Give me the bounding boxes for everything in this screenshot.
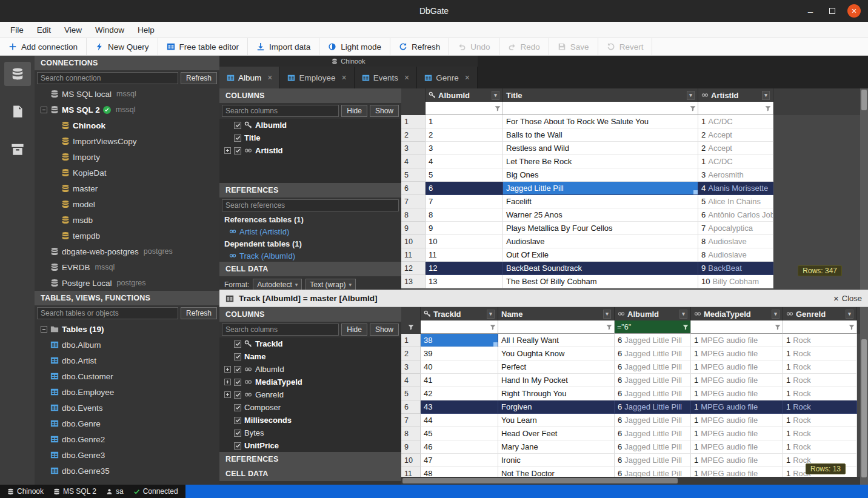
cell-artistid[interactable]: 8 Audioslave (698, 235, 773, 248)
cell-albumid[interactable]: 10 (426, 235, 503, 248)
toolbar-button[interactable]: Save (549, 38, 598, 55)
table-row[interactable]: 2 39 You Oughta Know 6 Jagged Little Pil… (401, 347, 860, 360)
cell-mediatypeid[interactable]: 1 MPEG audio file (691, 334, 783, 347)
cell-trackid[interactable]: 38 (421, 334, 498, 347)
cell-trackid[interactable]: 41 (421, 374, 498, 387)
cell-albumid[interactable]: 13 (426, 275, 503, 288)
cell-name[interactable]: Right Through You (498, 387, 615, 400)
cell-artistid[interactable]: 10 Billy Cobham (698, 275, 773, 288)
row-number[interactable]: 7 (401, 414, 421, 427)
toolbar-button[interactable]: Revert (598, 38, 653, 55)
cell-artistid[interactable]: 1 AC/DC (698, 115, 773, 128)
table-item[interactable]: dbo.Artist (35, 353, 219, 368)
column-checkbox[interactable] (234, 340, 241, 348)
row-number[interactable]: 10 (401, 454, 421, 467)
menu-item[interactable]: View (58, 22, 88, 38)
expander-icon[interactable] (224, 391, 231, 398)
filter-funnel-icon[interactable] (683, 324, 689, 330)
table-item[interactable]: dbo.Genre35 (35, 463, 219, 479)
column-menu-chevron[interactable]: ▾ (603, 310, 611, 319)
cell-albumid[interactable]: 6 Jagged Little Pill (615, 374, 691, 387)
cell-name[interactable]: Ironic (498, 454, 615, 467)
cell-albumid[interactable]: 6 Jagged Little Pill (615, 387, 691, 400)
column-menu-chevron[interactable]: ▾ (492, 91, 499, 100)
wrap-select[interactable]: Text (wrap) ▾ (305, 279, 356, 290)
table-item[interactable]: dbo.Album (35, 337, 219, 353)
column-item[interactable]: MediaTypeId (219, 376, 401, 388)
table-row[interactable]: 3 40 Perfect 6 Jagged Little Pill 1 (401, 360, 860, 374)
connection-item[interactable]: tempdb (35, 228, 219, 244)
column-checkbox[interactable] (234, 417, 241, 424)
row-number[interactable]: 6 (401, 400, 421, 414)
tab[interactable]: Genre × (417, 67, 478, 88)
column-checkbox[interactable] (234, 442, 241, 450)
filter-funnel-icon[interactable] (408, 324, 414, 330)
status-item[interactable]: sa (101, 487, 129, 496)
menu-item[interactable]: Edit (30, 22, 58, 38)
filter-input[interactable] (698, 102, 765, 115)
table-item[interactable]: dbo.Genre (35, 416, 219, 431)
row-number[interactable]: 4 (401, 374, 421, 387)
cell-title[interactable]: Big Ones (503, 168, 698, 182)
tab-close-icon[interactable]: × (342, 73, 347, 82)
cell-genreid[interactable]: 1 Rock (783, 360, 857, 374)
column-item[interactable]: TrackId (219, 337, 401, 350)
column-checkbox[interactable] (234, 134, 241, 142)
filter-cell[interactable] (783, 320, 857, 334)
cell-trackid[interactable]: 43 (421, 400, 498, 414)
expander-icon[interactable] (224, 366, 231, 373)
cell-trackid[interactable]: 46 (421, 440, 498, 454)
show-button[interactable]: Show (370, 324, 399, 336)
row-number[interactable]: 7 (401, 195, 426, 208)
connection-item[interactable]: MS SQL local mssql (35, 86, 219, 102)
column-item[interactable]: Bytes (219, 427, 401, 439)
table-row[interactable]: 7 44 You Learn 6 Jagged Little Pill 1 (401, 414, 860, 427)
cell-genreid[interactable]: 1 Rock (783, 374, 857, 387)
toolbar-button[interactable]: Refresh (390, 38, 449, 55)
row-number[interactable]: 8 (401, 427, 421, 440)
column-checkbox[interactable] (234, 391, 241, 399)
column-checkbox[interactable] (234, 353, 241, 360)
cell-artistid[interactable]: 9 BackBeat (698, 262, 773, 275)
cell-albumid[interactable]: 9 (426, 222, 503, 235)
filter-funnel-icon[interactable] (775, 324, 781, 330)
cell-title[interactable]: Balls to the Wall (503, 128, 698, 142)
filter-cell[interactable] (421, 320, 498, 334)
filter-input[interactable] (503, 102, 690, 115)
connection-item[interactable]: msdb (35, 212, 219, 228)
row-number[interactable]: 3 (401, 142, 426, 155)
cell-name[interactable]: Head Over Feet (498, 427, 615, 440)
cell-genreid[interactable]: 1 Rock (783, 440, 857, 454)
connection-item[interactable]: EVRDB mssql (35, 259, 219, 275)
close-icon[interactable]: × (847, 4, 861, 18)
cell-mediatypeid[interactable]: 1 MPEG audio file (691, 387, 783, 400)
cell-artistid[interactable]: 2 Accept (698, 128, 773, 142)
minimize-icon[interactable]: – (804, 4, 817, 18)
row-number[interactable]: 9 (401, 222, 426, 235)
cell-albumid[interactable]: 6 Jagged Little Pill (615, 360, 691, 374)
row-number[interactable]: 13 (401, 275, 426, 288)
rail-item[interactable] (4, 62, 31, 86)
row-number[interactable]: 6 (401, 182, 426, 195)
scrollbar-thumb[interactable] (861, 90, 867, 110)
column-item[interactable]: Milliseconds (219, 414, 401, 427)
filter-input[interactable] (421, 320, 490, 333)
cell-mediatypeid[interactable]: 1 MPEG audio file (691, 427, 783, 440)
column-header[interactable]: GenreId ▾ (783, 307, 857, 320)
row-number[interactable]: 8 (401, 208, 426, 222)
cell-albumid[interactable]: 6 Jagged Little Pill (615, 400, 691, 414)
cell-albumid[interactable]: 1 (426, 115, 503, 128)
table-item[interactable]: dbo.Genre2 (35, 431, 219, 447)
table-item[interactable]: dbo.Customer (35, 368, 219, 384)
column-menu-chevron[interactable]: ▾ (679, 310, 687, 319)
table-row[interactable]: 1 38 All I Really Want 6 Jagged Little P… (401, 334, 860, 347)
column-checkbox[interactable] (234, 404, 241, 411)
cell-title[interactable]: Let There Be Rock (503, 155, 698, 168)
cell-title[interactable]: Plays Metallica By Four Cellos (503, 222, 698, 235)
table-row[interactable]: 8 45 Head Over Feet 6 Jagged Little Pill… (401, 427, 860, 440)
column-item[interactable]: Title (219, 131, 401, 144)
cell-title[interactable]: For Those About To Rock We Salute You (503, 115, 698, 128)
column-header[interactable]: AlbumId ▾ (426, 88, 503, 102)
cell-artistid[interactable]: 2 Accept (698, 142, 773, 155)
cell-artistid[interactable]: 6 Antônio Carlos Jobim (698, 208, 773, 222)
